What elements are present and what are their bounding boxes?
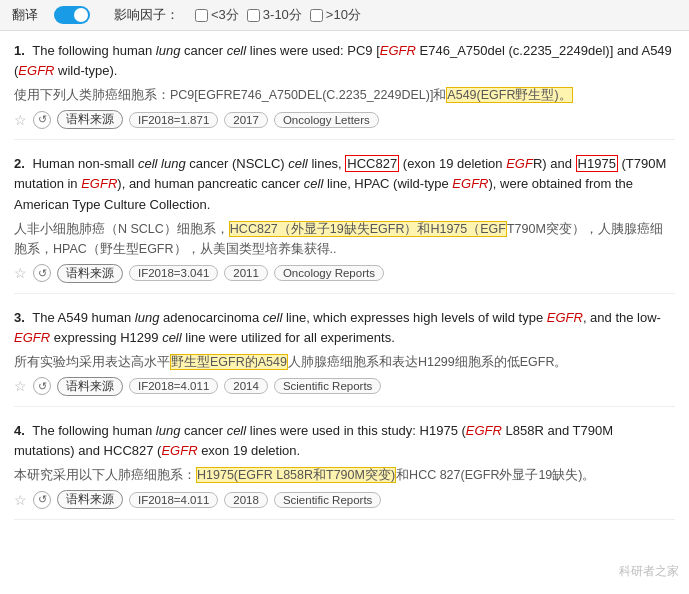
result-2: 2. Human non-small cell lung cancer (NSC… (14, 154, 675, 293)
filter-gt10[interactable]: >10分 (310, 6, 361, 24)
if-badge-3: IF2018=4.011 (129, 378, 218, 394)
year-badge-1: 2017 (224, 112, 268, 128)
lung-1: lung (156, 43, 181, 58)
cell-1: cell (227, 43, 247, 58)
result-4-num: 4. (14, 423, 25, 438)
egfr-2b: EGFR (81, 176, 117, 191)
cell-2a: cell (138, 156, 158, 171)
result-4-en: 4. The following human lung cancer cell … (14, 421, 675, 461)
toggle-knob (74, 8, 88, 22)
filter-group: <3分 3-10分 >10分 (195, 6, 361, 24)
source-badge-4[interactable]: 语料来源 (57, 490, 123, 509)
result-4-cn: 本研究采用以下人肺癌细胞系：H1975(EGFR L858R和T790M突变)和… (14, 465, 675, 485)
source-badge-2[interactable]: 语料来源 (57, 264, 123, 283)
journal-badge-1: Oncology Letters (274, 112, 379, 128)
journal-badge-3: Scientific Reports (274, 378, 381, 394)
cell-2c: cell (304, 176, 324, 191)
result-1-num: 1. (14, 43, 25, 58)
filter-3-10-checkbox[interactable] (247, 9, 260, 22)
star-1[interactable]: ☆ (14, 112, 27, 128)
result-4-meta: ☆ ↺ 语料来源 IF2018=4.011 2018 Scientific Re… (14, 490, 675, 509)
egfr-2a: EGF (506, 156, 533, 171)
filter-gt10-checkbox[interactable] (310, 9, 323, 22)
result-1-cn: 使用下列人类肺癌细胞系：PC9[EGFRE746_A750DEL(C.2235_… (14, 85, 675, 105)
result-1-meta: ☆ ↺ 语料来源 IF2018=1.871 2017 Oncology Lett… (14, 110, 675, 129)
result-1-en: 1. The following human lung cancer cell … (14, 41, 675, 81)
result-3-cn: 所有实验均采用表达高水平野生型EGFR的A549人肺腺癌细胞系和表达H1299细… (14, 352, 675, 372)
round-icon-2[interactable]: ↺ (33, 264, 51, 282)
cn-highlight-4: H1975(EGFR L858R和T790M突变) (196, 467, 396, 483)
cn-highlight-2: HCC827（外显子19缺失EGFR）和H1975（EGF (229, 221, 507, 237)
lung-3: lung (135, 310, 160, 325)
lung-2: lung (161, 156, 186, 171)
results-content: 1. The following human lung cancer cell … (0, 31, 689, 544)
cell-3b: cell (162, 330, 182, 345)
lung-4: lung (156, 423, 181, 438)
egfr-4a: EGFR (466, 423, 502, 438)
if-badge-2: IF2018=3.041 (129, 265, 218, 281)
journal-badge-2: Oncology Reports (274, 265, 384, 281)
round-icon-1[interactable]: ↺ (33, 111, 51, 129)
filter-3-10-label: 3-10分 (263, 6, 302, 24)
h1975-box: H1975 (576, 155, 618, 172)
egfr-3a: EGFR (547, 310, 583, 325)
if-badge-4: IF2018=4.011 (129, 492, 218, 508)
year-badge-4: 2018 (224, 492, 268, 508)
watermark: 科研者之家 (619, 563, 679, 580)
result-2-num: 2. (14, 156, 25, 171)
star-2[interactable]: ☆ (14, 265, 27, 281)
influence-label: 影响因子： (114, 6, 179, 24)
egfr-4b: EGFR (161, 443, 197, 458)
star-4[interactable]: ☆ (14, 492, 27, 508)
cn-highlight-1: A549(EGFR野生型)。 (446, 87, 572, 103)
filter-gt10-label: >10分 (326, 6, 361, 24)
result-2-cn: 人非小细胞肺癌（N SCLC）细胞系，HCC827（外显子19缺失EGFR）和H… (14, 219, 675, 259)
cell-4: cell (227, 423, 247, 438)
egfr-2c: EGFR (452, 176, 488, 191)
cell-2b: cell (288, 156, 308, 171)
source-badge-1[interactable]: 语料来源 (57, 110, 123, 129)
cell-3: cell (263, 310, 283, 325)
round-icon-4[interactable]: ↺ (33, 491, 51, 509)
star-3[interactable]: ☆ (14, 378, 27, 394)
translate-toggle[interactable] (54, 6, 90, 24)
result-3-num: 3. (14, 310, 25, 325)
cn-highlight-3: 野生型EGFR的A549 (170, 354, 288, 370)
result-2-meta: ☆ ↺ 语料来源 IF2018=3.041 2011 Oncology Repo… (14, 264, 675, 283)
egfr-1b: EGFR (18, 63, 54, 78)
translate-label: 翻译 (12, 6, 38, 24)
result-1: 1. The following human lung cancer cell … (14, 41, 675, 140)
filter-lt3-label: <3分 (211, 6, 239, 24)
top-bar: 翻译 影响因子： <3分 3-10分 >10分 (0, 0, 689, 31)
result-2-en: 2. Human non-small cell lung cancer (NSC… (14, 154, 675, 214)
journal-badge-4: Scientific Reports (274, 492, 381, 508)
source-badge-3[interactable]: 语料来源 (57, 377, 123, 396)
year-badge-3: 2014 (224, 378, 268, 394)
result-3-en: 3. The A549 human lung adenocarcinoma ce… (14, 308, 675, 348)
result-3-meta: ☆ ↺ 语料来源 IF2018=4.011 2014 Scientific Re… (14, 377, 675, 396)
year-badge-2: 2011 (224, 265, 268, 281)
hcc827-box: HCC827 (345, 155, 399, 172)
filter-lt3[interactable]: <3分 (195, 6, 239, 24)
result-3: 3. The A549 human lung adenocarcinoma ce… (14, 308, 675, 407)
egfr-3b: EGFR (14, 330, 50, 345)
result-4: 4. The following human lung cancer cell … (14, 421, 675, 520)
round-icon-3[interactable]: ↺ (33, 377, 51, 395)
egfr-1a: EGFR (380, 43, 416, 58)
filter-lt3-checkbox[interactable] (195, 9, 208, 22)
filter-3-10[interactable]: 3-10分 (247, 6, 302, 24)
if-badge-1: IF2018=1.871 (129, 112, 218, 128)
